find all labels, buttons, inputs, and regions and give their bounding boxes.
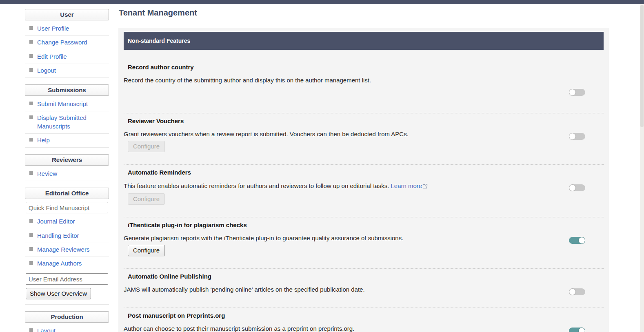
show-user-overview-button[interactable]: Show User Overview	[26, 288, 91, 299]
vertical-scrollbar-thumb[interactable]	[640, 5, 644, 127]
reviewer-vouchers-toggle[interactable]	[569, 133, 585, 140]
feature-row-post-manuscript-preprints: Post manuscript on Preprints.org Author …	[124, 308, 604, 332]
square-bullet-icon	[29, 40, 33, 44]
sidebar-item-label[interactable]: Handling Editor	[37, 232, 79, 240]
sidebar-item-submit-manuscript[interactable]: Submit Manuscript	[25, 97, 109, 111]
sidebar-item-journal-editor[interactable]: Journal Editor	[25, 215, 109, 229]
square-bullet-icon	[29, 115, 33, 119]
square-bullet-icon	[29, 54, 33, 58]
sidebar-item-label[interactable]: Layout	[37, 327, 56, 332]
user-email-address-input[interactable]	[26, 273, 108, 285]
sidebar-item-label[interactable]: Display Submitted Manuscripts	[37, 114, 109, 131]
external-link-icon	[422, 182, 428, 191]
square-bullet-icon	[29, 68, 33, 72]
sidebar-item-help[interactable]: Help	[25, 134, 109, 148]
feature-description: This feature enables automatic reminders…	[124, 181, 551, 191]
feature-description: Record the country of the submitting aut…	[124, 76, 551, 84]
feature-title: Automatic Reminders	[128, 169, 551, 176]
automatic-online-publishing-toggle[interactable]	[569, 288, 585, 295]
sidebar-item-user-profile[interactable]: User Profile	[25, 22, 109, 36]
sidebar-item-change-password[interactable]: Change Password	[25, 36, 109, 50]
square-bullet-icon	[29, 171, 33, 175]
sidebar-item-manage-reviewers[interactable]: Manage Reviewers	[25, 243, 109, 257]
sidebar-item-label[interactable]: Edit Profile	[37, 53, 67, 61]
feature-description-text: This feature enables automatic reminders…	[124, 182, 389, 189]
sidebar-item-label[interactable]: Review	[37, 170, 57, 178]
ithenticate-configure-button[interactable]: Configure	[128, 245, 165, 256]
sidebar-item-label[interactable]: Manage Reviewers	[37, 246, 89, 254]
automatic-reminders-toggle[interactable]	[569, 184, 585, 191]
sidebar-item-label[interactable]: Help	[37, 136, 50, 144]
toggle-knob	[579, 328, 585, 332]
feature-title: Reviewer Vouchers	[128, 117, 551, 124]
feature-row-reviewer-vouchers: Reviewer Vouchers Grant reviewers vouche…	[124, 113, 604, 165]
toggle-knob	[569, 133, 575, 139]
feature-title: Record author country	[128, 64, 551, 71]
sidebar-section-editorial-office: Editorial Office	[25, 188, 109, 199]
sidebar-item-layout[interactable]: Layout	[25, 324, 109, 332]
sidebar-section-submissions: Submissions	[25, 84, 109, 96]
ithenticate-toggle[interactable]	[569, 237, 585, 244]
sidebar-item-handling-editor[interactable]: Handling Editor	[25, 229, 109, 243]
feature-title: iThenticate plug-in for plagiarism check…	[128, 221, 551, 228]
sidebar-section-reviewers: Reviewers	[25, 154, 109, 166]
preprints-toggle[interactable]	[569, 328, 585, 332]
feature-row-automatic-online-publishing: Automatic Online Publishing JAMS will au…	[124, 269, 604, 308]
feature-description: JAMS will automatically publish ‘pending…	[124, 285, 551, 294]
panel-header: Non-standard Features	[124, 32, 604, 50]
sidebar-item-display-submitted-manuscripts[interactable]: Display Submitted Manuscripts	[25, 111, 109, 134]
sidebar-item-label[interactable]: Submit Manuscript	[37, 100, 88, 108]
feature-row-record-author-country: Record author country Record the country…	[124, 50, 604, 113]
feature-title: Post manuscript on Preprints.org	[128, 312, 551, 319]
feature-description: Generate plagiarism reports with the iTh…	[124, 234, 551, 242]
feature-description: Grant reviewers vouchers when a review r…	[124, 130, 551, 138]
sidebar-item-label[interactable]: Change Password	[37, 38, 87, 46]
feature-row-ithenticate-plugin: iThenticate plug-in for plagiarism check…	[124, 217, 604, 269]
vertical-scrollbar-track	[640, 4, 644, 332]
sidebar-item-label[interactable]: User Profile	[37, 24, 69, 33]
toggle-knob	[569, 289, 575, 295]
sidebar-section-user: User	[25, 9, 109, 20]
sidebar-item-review[interactable]: Review	[25, 167, 109, 181]
feature-title: Automatic Online Publishing	[128, 273, 551, 280]
top-accent-bar	[0, 0, 644, 4]
record-author-country-toggle[interactable]	[569, 89, 585, 96]
sidebar-section-production: Production	[25, 311, 109, 323]
sidebar-item-label[interactable]: Manage Authors	[37, 259, 82, 268]
learn-more-link[interactable]: Learn more	[391, 182, 422, 189]
square-bullet-icon	[29, 138, 33, 142]
square-bullet-icon	[29, 247, 33, 251]
sidebar-item-manage-authors[interactable]: Manage Authors	[25, 257, 109, 270]
square-bullet-icon	[29, 26, 33, 30]
sidebar: User User Profile Change Password Edit P…	[25, 9, 109, 332]
toggle-knob	[579, 237, 585, 243]
toggle-knob	[569, 89, 575, 95]
quick-find-manuscript-input[interactable]	[26, 202, 108, 213]
square-bullet-icon	[29, 328, 33, 332]
reviewer-vouchers-configure-button: Configure	[128, 141, 165, 152]
sidebar-item-edit-profile[interactable]: Edit Profile	[25, 50, 109, 64]
square-bullet-icon	[29, 233, 33, 237]
square-bullet-icon	[29, 102, 33, 105]
feature-row-automatic-reminders: Automatic Reminders This feature enables…	[124, 165, 604, 217]
toggle-knob	[569, 185, 575, 191]
square-bullet-icon	[29, 219, 33, 223]
sidebar-item-logout[interactable]: Logout	[25, 64, 109, 78]
sidebar-item-label[interactable]: Journal Editor	[37, 217, 75, 226]
page-title: Tenant Management	[119, 8, 197, 18]
automatic-reminders-configure-button: Configure	[128, 193, 165, 205]
sidebar-item-label[interactable]: Logout	[37, 66, 56, 75]
feature-description: Author can choose to post their manuscri…	[124, 324, 551, 332]
square-bullet-icon	[29, 261, 33, 265]
non-standard-features-panel: Non-standard Features Record author coun…	[118, 28, 609, 332]
